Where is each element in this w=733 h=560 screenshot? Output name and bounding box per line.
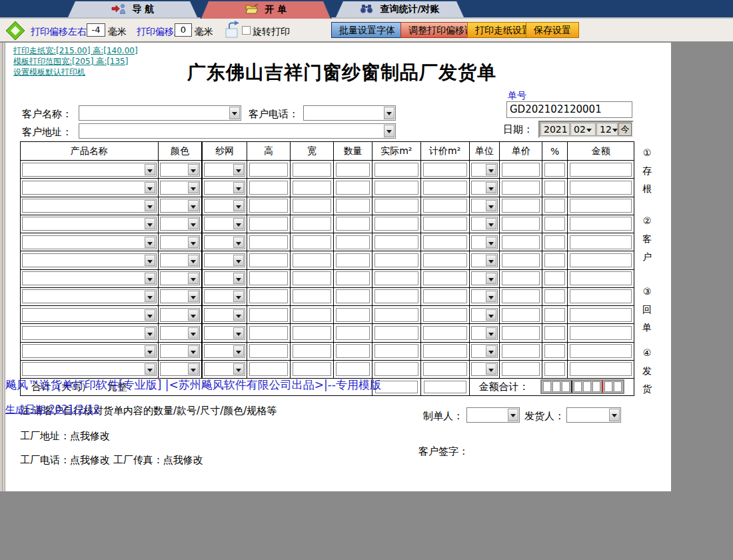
actual-m2-input[interactable] <box>374 362 418 376</box>
unit-select[interactable] <box>471 362 498 376</box>
chevron-down-icon[interactable] <box>486 218 496 229</box>
tab-navigation[interactable]: 导 航 <box>67 1 199 17</box>
percent-input[interactable] <box>544 199 565 213</box>
actual-m2-input[interactable] <box>374 271 418 285</box>
height-input[interactable] <box>249 217 288 231</box>
chevron-down-icon[interactable] <box>384 125 394 137</box>
percent-input[interactable] <box>544 181 565 195</box>
amount-input[interactable] <box>570 253 632 267</box>
chevron-down-icon[interactable] <box>188 182 199 193</box>
mesh-select[interactable] <box>204 308 245 322</box>
chevron-down-icon[interactable] <box>486 363 496 375</box>
priced-m2-input[interactable] <box>423 253 467 267</box>
product-name-select[interactable] <box>22 163 157 177</box>
chevron-down-icon[interactable] <box>188 255 199 266</box>
mesh-select[interactable] <box>204 344 245 358</box>
batch-font-button[interactable]: 批量设置字体 <box>331 22 403 38</box>
date-year-select[interactable]: 2021 <box>540 123 570 136</box>
amount-input[interactable] <box>570 344 632 358</box>
customer-phone-select[interactable] <box>303 105 396 121</box>
color-select[interactable] <box>160 217 201 231</box>
factory-phone-edit-link[interactable]: 点我修改 <box>70 454 110 466</box>
color-select[interactable] <box>160 344 201 358</box>
mesh-select[interactable] <box>204 181 245 195</box>
unit-price-input[interactable] <box>502 199 540 213</box>
percent-input[interactable] <box>544 362 565 376</box>
quantity-input[interactable] <box>336 199 370 213</box>
product-name-select[interactable] <box>22 271 157 285</box>
width-input[interactable] <box>293 362 331 376</box>
chevron-down-icon[interactable] <box>233 291 244 302</box>
color-select[interactable] <box>160 289 201 303</box>
chevron-down-icon[interactable] <box>188 327 199 339</box>
chevron-down-icon[interactable] <box>508 409 518 421</box>
width-input[interactable] <box>293 163 331 177</box>
unit-select[interactable] <box>471 289 498 303</box>
height-input[interactable] <box>249 181 288 195</box>
chevron-down-icon[interactable] <box>145 309 155 321</box>
unit-select[interactable] <box>471 235 498 249</box>
chevron-down-icon[interactable] <box>384 107 394 119</box>
chevron-down-icon[interactable] <box>145 182 155 193</box>
amount-input[interactable] <box>570 163 632 177</box>
chevron-down-icon[interactable] <box>486 309 496 321</box>
unit-select[interactable] <box>471 326 498 340</box>
chevron-down-icon[interactable] <box>233 363 244 375</box>
priced-m2-input[interactable] <box>423 199 467 213</box>
chevron-down-icon[interactable] <box>188 237 199 248</box>
quantity-input[interactable] <box>336 326 370 340</box>
unit-select[interactable] <box>471 199 498 213</box>
width-input[interactable] <box>293 308 331 322</box>
date-today-button[interactable]: 今 <box>618 123 632 136</box>
width-input[interactable] <box>293 271 331 285</box>
percent-input[interactable] <box>544 253 565 267</box>
amount-input[interactable] <box>570 181 632 195</box>
date-month-select[interactable]: 02 <box>570 123 596 136</box>
chevron-down-icon[interactable] <box>233 345 244 357</box>
mesh-select[interactable] <box>204 163 245 177</box>
priced-m2-input[interactable] <box>423 271 467 285</box>
width-input[interactable] <box>293 344 331 358</box>
width-input[interactable] <box>293 199 331 213</box>
priced-m2-input[interactable] <box>423 235 467 249</box>
unit-select[interactable] <box>471 344 498 358</box>
chevron-down-icon[interactable] <box>233 164 244 175</box>
product-name-select[interactable] <box>22 217 157 231</box>
paper-size-link[interactable]: 打印走纸宽:[215.00] 高:[140.00] <box>13 45 138 57</box>
quantity-input[interactable] <box>336 217 370 231</box>
amount-input[interactable] <box>570 308 632 322</box>
unit-select[interactable] <box>471 271 498 285</box>
mesh-select[interactable] <box>204 271 245 285</box>
width-input[interactable] <box>293 289 331 303</box>
priced-m2-input[interactable] <box>423 163 467 177</box>
quantity-input[interactable] <box>336 163 370 177</box>
mesh-select[interactable] <box>204 217 245 231</box>
percent-input[interactable] <box>544 289 565 303</box>
priced-m2-input[interactable] <box>423 308 467 322</box>
chevron-down-icon[interactable] <box>612 123 617 135</box>
tab-create-order[interactable]: 开 单 <box>200 1 332 19</box>
rotate-print-checkbox[interactable] <box>242 26 251 35</box>
chevron-down-icon[interactable] <box>486 255 496 266</box>
amount-input[interactable] <box>570 235 632 249</box>
unit-price-input[interactable] <box>502 181 540 195</box>
product-name-select[interactable] <box>22 181 157 195</box>
chevron-down-icon[interactable] <box>145 363 155 375</box>
chevron-down-icon[interactable] <box>486 327 496 339</box>
chevron-down-icon[interactable] <box>145 218 155 229</box>
color-select[interactable] <box>160 235 201 249</box>
width-input[interactable] <box>293 217 331 231</box>
generated-date-link[interactable]: 生成日期:2021/2/12 <box>5 403 100 416</box>
amount-input[interactable] <box>570 326 632 340</box>
chevron-down-icon[interactable] <box>188 273 199 284</box>
width-input[interactable] <box>293 253 331 267</box>
offset-ud-input[interactable]: 0 <box>175 23 192 37</box>
product-name-select[interactable] <box>22 199 157 213</box>
percent-input[interactable] <box>544 235 565 249</box>
percent-input[interactable] <box>544 326 565 340</box>
priced-m2-input[interactable] <box>423 181 467 195</box>
product-name-select[interactable] <box>22 235 157 249</box>
priced-m2-input[interactable] <box>423 362 467 376</box>
unit-select[interactable] <box>471 308 498 322</box>
percent-input[interactable] <box>544 217 565 231</box>
